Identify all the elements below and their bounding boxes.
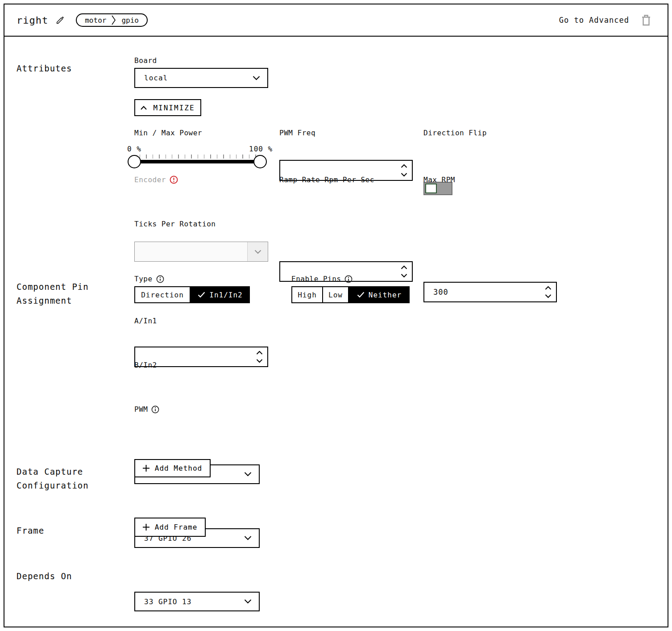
slider-min-value: 0 % xyxy=(127,145,141,153)
type-option-in1-in2[interactable]: In1/In2 xyxy=(191,286,250,303)
enable-pins-option-low[interactable]: Low xyxy=(322,286,349,303)
frame-section-label: Frame xyxy=(17,524,44,538)
ticks-per-rotation-label: Ticks Per Rotation xyxy=(134,220,216,228)
info-icon[interactable] xyxy=(344,275,353,283)
edit-name-button[interactable] xyxy=(54,14,66,26)
breadcrumb-model: gpio xyxy=(121,16,139,25)
enable-pins-label: Enable Pins xyxy=(291,275,353,283)
a-in1-label: A/In1 xyxy=(134,317,157,325)
chevron-down-icon xyxy=(244,536,252,541)
info-icon[interactable] xyxy=(156,275,164,283)
pencil-icon xyxy=(55,15,65,25)
spinner-down-icon[interactable] xyxy=(256,359,263,363)
breadcrumb: motor gpio xyxy=(76,13,148,27)
slider-max-value: 100 % xyxy=(249,145,273,153)
encoder-select[interactable] xyxy=(134,242,268,262)
component-pin-assignment-section-label: Component Pin Assignment xyxy=(17,280,106,308)
component-config-card: right motor gpio Go to Advanced Attribut… xyxy=(4,4,668,627)
pwm-pin-label-text: PWM xyxy=(134,405,148,414)
chevron-down-icon xyxy=(244,472,252,477)
type-option-direction[interactable]: Direction xyxy=(134,286,191,303)
add-frame-button[interactable]: Add Frame xyxy=(134,518,206,537)
type-option-label: In1/In2 xyxy=(209,291,242,299)
board-select-value: local xyxy=(135,74,168,82)
spinner-up-icon[interactable] xyxy=(401,265,407,270)
check-icon xyxy=(198,292,205,298)
enable-pins-option-high[interactable]: High xyxy=(291,286,323,303)
component-name: right xyxy=(17,15,48,26)
add-method-label: Add Method xyxy=(155,464,202,472)
pwm-pin-select-value: 33 GPIO 13 xyxy=(135,598,191,606)
card-header: right motor gpio Go to Advanced xyxy=(4,4,668,37)
chevron-down-icon xyxy=(253,75,260,80)
minimize-button[interactable]: MINIMIZE xyxy=(134,99,201,116)
max-rpm-label: Max RPM xyxy=(423,176,455,184)
slider-handle-max[interactable] xyxy=(253,155,267,168)
add-frame-label: Add Frame xyxy=(155,523,198,531)
pwm-pin-select[interactable]: 33 GPIO 13 xyxy=(134,592,260,611)
enable-pins-option-label: Neither xyxy=(369,291,402,299)
board-select[interactable]: local xyxy=(134,68,268,88)
toggle-knob xyxy=(425,184,437,193)
ramp-rate-label: Ramp Rate Rpm Per Sec xyxy=(279,176,374,184)
encoder-label: Encoder xyxy=(134,176,178,184)
plus-icon xyxy=(143,524,149,531)
spinner-up-icon[interactable] xyxy=(256,351,263,355)
type-label: Type xyxy=(134,275,164,283)
b-in2-label: B/In2 xyxy=(134,361,157,369)
type-label-text: Type xyxy=(134,275,153,283)
max-rpm-value: 300 xyxy=(433,288,448,297)
min-max-power-label: Min / Max Power xyxy=(134,129,202,137)
spinner-up-icon[interactable] xyxy=(401,164,407,168)
slider-tick-marks xyxy=(140,155,257,159)
direction-flip-label: Direction Flip xyxy=(423,129,487,137)
enable-pins-label-text: Enable Pins xyxy=(291,275,341,283)
type-segmented-control: Direction In1/In2 xyxy=(134,286,250,303)
minimize-label: MINIMIZE xyxy=(153,104,195,112)
encoder-label-text: Encoder xyxy=(134,176,166,184)
attributes-section-label: Attributes xyxy=(17,62,72,75)
spinner-down-icon[interactable] xyxy=(545,294,552,298)
pwm-pin-label: PWM xyxy=(134,405,159,414)
max-rpm-input[interactable]: 300 xyxy=(423,282,557,302)
data-capture-section-label: Data Capture Configuration xyxy=(17,465,115,493)
board-label: Board xyxy=(134,56,157,65)
spinner-up-icon[interactable] xyxy=(545,286,552,290)
breadcrumb-category: motor xyxy=(85,16,106,25)
info-icon[interactable] xyxy=(151,405,159,414)
enable-pins-option-neither[interactable]: Neither xyxy=(349,286,410,303)
check-icon xyxy=(357,292,365,298)
slider-handle-min[interactable] xyxy=(128,155,141,168)
add-method-button[interactable]: Add Method xyxy=(134,459,211,477)
pwm-freq-label: PWM Freq xyxy=(279,129,315,137)
delete-component-button[interactable] xyxy=(641,14,652,26)
go-to-advanced-link[interactable]: Go to Advanced xyxy=(559,16,629,25)
chevron-down-icon xyxy=(244,599,252,604)
chevron-up-icon xyxy=(141,106,147,110)
min-max-power-slider-track[interactable] xyxy=(134,160,260,163)
plus-icon xyxy=(143,465,149,472)
trash-icon xyxy=(641,14,652,26)
chevron-right-icon xyxy=(112,15,116,25)
enable-pins-segmented-control: High Low Neither xyxy=(291,286,410,303)
spinner-down-icon[interactable] xyxy=(401,172,407,177)
chevron-down-icon xyxy=(247,242,268,261)
depends-on-section-label: Depends On xyxy=(17,569,72,583)
spinner-down-icon[interactable] xyxy=(401,273,407,278)
error-icon xyxy=(170,176,178,184)
